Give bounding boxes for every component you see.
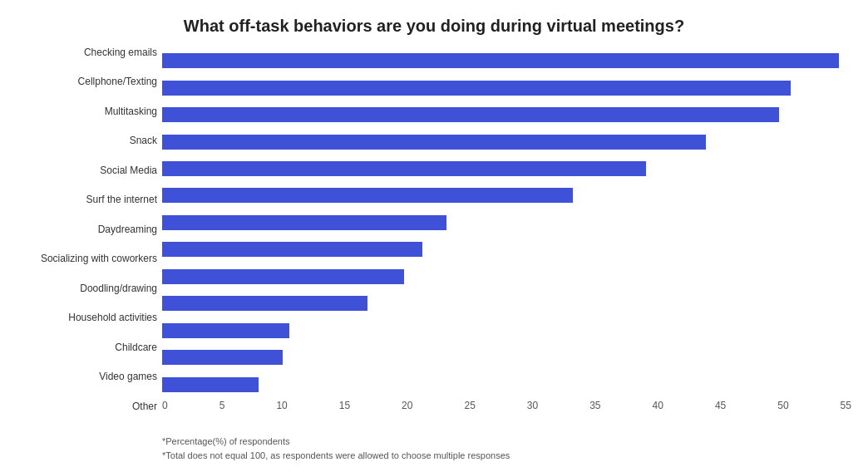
y-label: Daydreaming (98, 224, 157, 234)
bars-panel: 0510152025303540455055 (162, 47, 851, 430)
footnote2: *Total does not equal 100, as respondent… (162, 449, 851, 464)
y-labels: Checking emailsCellphone/TextingMultitas… (17, 47, 162, 430)
bar (162, 215, 446, 230)
x-tick: 40 (653, 400, 663, 411)
bar (162, 242, 422, 257)
bars-and-labels: Checking emailsCellphone/TextingMultitas… (17, 47, 851, 430)
bar (162, 135, 706, 150)
bar-row (162, 101, 851, 128)
x-tick: 10 (276, 400, 287, 411)
y-label: Doodling/drawing (80, 283, 157, 293)
y-label: Checking emails (84, 47, 157, 57)
chart-title: What off-task behaviors are you doing du… (17, 17, 851, 36)
bar-row (162, 209, 851, 236)
bar (162, 53, 839, 68)
x-tick: 35 (589, 400, 600, 411)
bar (162, 377, 259, 392)
x-tick: 25 (464, 400, 475, 411)
footnote1: *Percentage(%) of respondents (162, 435, 851, 450)
bar-row (162, 128, 851, 155)
chart-area: Checking emailsCellphone/TextingMultitas… (17, 47, 851, 430)
chart-container: What off-task behaviors are you doing du… (0, 0, 868, 472)
bar (162, 81, 791, 96)
y-label: Video games (99, 371, 157, 381)
footnotes: *Percentage(%) of respondents *Total doe… (162, 435, 851, 464)
y-label: Cellphone/Texting (78, 76, 157, 86)
x-tick: 5 (219, 400, 225, 411)
bar-row (162, 290, 851, 317)
bar (162, 188, 573, 203)
y-label: Surf the internet (86, 194, 157, 204)
bar-row (162, 263, 851, 290)
x-tick: 15 (339, 400, 350, 411)
bar (162, 296, 367, 311)
x-tick: 30 (527, 400, 538, 411)
bar-row (162, 371, 851, 397)
y-label: Socializing with coworkers (41, 253, 157, 263)
bar-row (162, 155, 851, 182)
y-label: Childcare (115, 342, 157, 352)
bar (162, 269, 404, 284)
x-tick: 50 (777, 400, 788, 411)
bar-row (162, 317, 851, 344)
x-axis: 0510152025303540455055 (162, 398, 851, 411)
y-label: Social Media (100, 165, 157, 175)
x-tick: 45 (715, 400, 726, 411)
x-tick: 0 (162, 400, 168, 411)
bar (162, 350, 283, 365)
y-label: Other (132, 401, 157, 411)
bar-row (162, 236, 851, 263)
bar (162, 161, 646, 176)
y-label: Household activities (68, 312, 157, 322)
y-label: Multitasking (105, 106, 157, 116)
y-label: Snack (130, 135, 157, 145)
bar-row (162, 182, 851, 209)
bar-row (162, 74, 851, 101)
x-tick: 55 (841, 400, 851, 411)
bar (162, 107, 779, 122)
x-tick: 20 (402, 400, 412, 411)
bar-row (162, 47, 851, 74)
bar-row (162, 344, 851, 371)
bar (162, 323, 289, 338)
